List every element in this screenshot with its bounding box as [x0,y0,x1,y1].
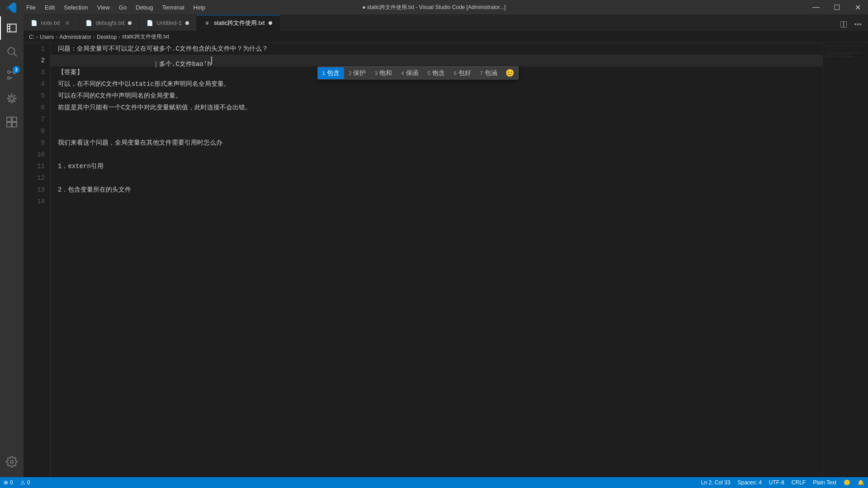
breadcrumb-desktop[interactable]: Desktop [97,34,117,40]
line-11: 1．extern引用 [51,160,823,172]
status-right: Ln 2, Col 33 Spaces: 4 UTF-8 CRLF Plain … [698,477,868,488]
ime-label-5: 饱含 [432,69,445,77]
status-position[interactable]: Ln 2, Col 33 [698,477,734,488]
file-icon: 📄 [31,20,37,26]
line-numbers: 1 2 3 4 5 6 7 8 9 10 11 12 13 14 [24,43,51,477]
line-num-3: 3 [24,66,50,78]
status-language[interactable]: Plain Text [809,477,840,488]
status-spaces[interactable]: Spaces: 4 [734,477,765,488]
activity-source-control[interactable]: 3 [0,63,24,87]
status-bar: ⊗ 0 ⚠ 0 Ln 2, Col 33 Spaces: 4 UTF-8 CRL… [0,477,868,488]
status-warnings[interactable]: ⚠ 0 [17,477,34,488]
split-editor-icon[interactable] [837,18,850,31]
svg-rect-10 [12,122,17,127]
ime-num-3: 3 [375,70,377,76]
activity-debug[interactable] [0,87,24,110]
line-num-2: 2 [24,55,50,66]
ime-num-4: 4 [401,70,404,76]
status-encoding[interactable]: UTF-8 [765,477,788,488]
line-num-5: 5 [24,90,50,102]
ime-item-3[interactable]: 3 饱和 [370,67,396,79]
tab-note[interactable]: 📄 note.txt ✕ [24,15,79,31]
ime-label-2: 保护 [353,69,366,77]
activity-search[interactable] [0,40,24,63]
menu-selection[interactable]: Selection [59,0,92,14]
close-button[interactable]: ✕ [847,0,868,14]
ime-label-3: 饱和 [379,69,392,77]
breadcrumb-file[interactable]: static跨文件使用.txt [122,33,169,41]
title-bar-left: File Edit Selection View Go Debug Termin… [0,0,210,14]
svg-rect-7 [7,117,11,122]
breadcrumb-sep: › [36,34,38,40]
tab-untitled[interactable]: 📄 Untitled-1 [139,15,197,31]
editor-area: 📄 note.txt ✕ 📄 debugfs.txt 📄 Untitled-1 … [24,14,868,477]
tab-bar-actions: ••• [837,18,868,31]
line-num-10: 10 [24,149,50,160]
ime-suggestion-popup[interactable]: 1 包含 2 保护 3 饱和 4 保函 [317,66,519,80]
ime-emoji-button[interactable]: 😊 [502,67,518,79]
svg-point-0 [8,47,14,54]
activity-bottom [0,450,24,477]
line-6: 前提是其中只能有一个C文件中对此变量赋初值，此时连接不会出错。 [51,102,823,113]
tab-label: note.txt [41,19,60,26]
activity-explorer[interactable] [0,16,24,40]
ime-num-6: 6 [454,70,457,76]
ime-label-6: 包好 [458,69,471,77]
window-title: ● static跨文件使用.txt - Visual Studio Code [… [362,4,505,11]
ime-item-2[interactable]: 2 保护 [344,67,370,79]
menu-go[interactable]: Go [114,0,131,14]
menu-terminal[interactable]: Terminal [157,0,189,14]
tab-close-note[interactable]: ✕ [64,19,71,27]
activity-extensions[interactable] [0,110,24,134]
tab-label: static跨文件使用.txt [214,19,265,27]
svg-point-11 [10,460,14,464]
ime-label-1: 包含 [327,69,340,77]
more-actions-icon[interactable]: ••• [852,18,864,31]
status-bell[interactable]: 🔔 [854,477,868,488]
line-2: ｜多个.C文件bao'h [51,55,823,66]
tab-label: Untitled-1 [156,19,182,26]
line-num-12: 12 [24,172,50,184]
line-7 [51,113,823,125]
ime-num-1: 1 [322,70,325,76]
ime-num-7: 7 [480,70,483,76]
line-12 [51,172,823,184]
svg-point-4 [8,77,10,79]
line-10 [51,149,823,160]
line-num-11: 11 [24,160,50,172]
svg-line-1 [14,54,17,56]
activity-settings[interactable] [0,450,24,474]
ime-item-5[interactable]: 5 饱含 [423,67,449,79]
breadcrumb-admin[interactable]: Administrator [59,34,91,40]
tab-debugfs[interactable]: 📄 debugfs.txt [79,15,140,31]
minimap: 问题：全局变量可不可以定义在可被多个.C文件包含的头文件中？为什么？ 多个.C文… [823,43,868,477]
menu-edit[interactable]: Edit [40,0,59,14]
breadcrumb-sep: › [93,34,95,40]
maximize-button[interactable]: ☐ [826,0,847,14]
menu-help[interactable]: Help [189,0,210,14]
status-line-ending[interactable]: CRLF [788,477,809,488]
line-num-1: 1 [24,43,50,55]
activity-bar: 3 [0,14,24,477]
text-cursor [211,56,212,65]
editor-lines[interactable]: 问题：全局变量可不可以定义在可被多个.C文件包含的头文件中？为什么？ ｜多个.C… [51,43,823,477]
status-errors[interactable]: ⊗ 0 [0,477,17,488]
line-num-7: 7 [24,113,50,125]
ime-item-7[interactable]: 7 包涵 [476,67,502,79]
line-9: 我们来看这个问题，全局变量在其他文件需要引用时怎么办 [51,137,823,149]
menu-view[interactable]: View [93,0,114,14]
tab-static[interactable]: ≡ static跨文件使用.txt [197,15,280,31]
breadcrumb-sep: › [56,34,57,40]
ime-item-1[interactable]: 1 包含 [318,67,344,79]
ime-item-6[interactable]: 6 包好 [449,67,476,79]
breadcrumb-users[interactable]: Users [40,34,54,40]
status-smiley[interactable]: 🙂 [840,477,854,488]
menu-debug[interactable]: Debug [131,0,157,14]
ime-item-4[interactable]: 4 保函 [396,67,423,79]
menu-file[interactable]: File [22,0,40,14]
tab-label: debugfs.txt [96,19,125,26]
breadcrumb-c[interactable]: C: [29,34,34,40]
minimize-button[interactable]: — [806,0,826,14]
editor-content[interactable]: 1 2 3 4 5 6 7 8 9 10 11 12 13 14 问题：全局变量… [24,43,868,477]
tab-bar: 📄 note.txt ✕ 📄 debugfs.txt 📄 Untitled-1 … [24,14,868,31]
